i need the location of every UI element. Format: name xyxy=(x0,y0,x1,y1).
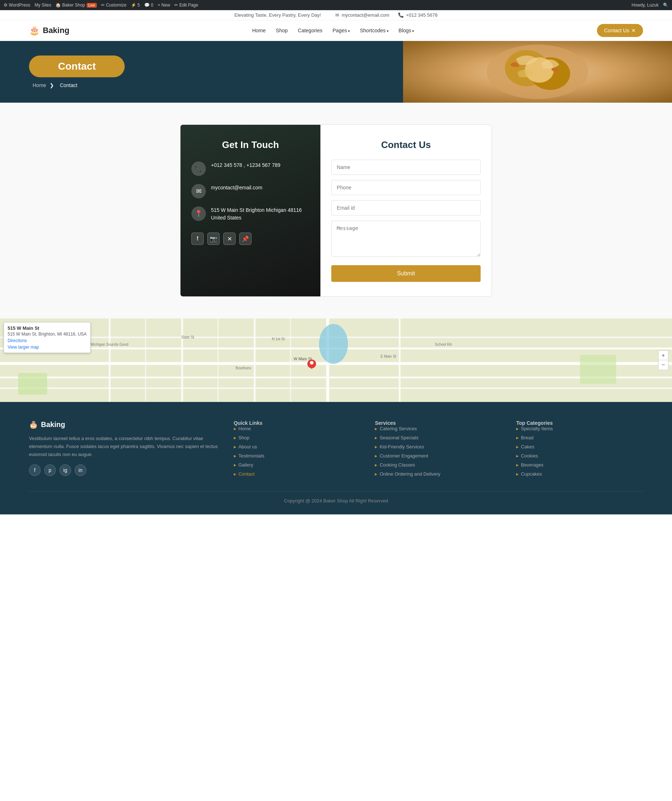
footer-link-testimonials[interactable]: Testimonials xyxy=(234,453,361,458)
svg-point-18 xyxy=(319,324,348,364)
list-item: Contact xyxy=(234,471,361,477)
hero-content: Contact Home ❯ Contact xyxy=(29,56,125,88)
main-header: 🎂 Baking Home Shop Categories Pages Shor… xyxy=(0,20,672,41)
phone-input[interactable] xyxy=(331,180,481,195)
footer-social-icons: f p ig in xyxy=(29,464,219,476)
contact-us-label: Contact Us xyxy=(604,27,629,34)
admin-new[interactable]: + New xyxy=(158,3,170,8)
services-list: Catering Services Seasonal Specials Kid-… xyxy=(375,426,502,477)
contact-us-button[interactable]: Contact Us ✕ xyxy=(597,24,643,37)
phone-icon: 📞 xyxy=(398,12,404,18)
footer-cat-specialty[interactable]: Specialty Items xyxy=(516,426,643,431)
nav-home[interactable]: Home xyxy=(252,27,266,34)
email-input[interactable] xyxy=(331,200,481,216)
list-item: Catering Services xyxy=(375,426,502,431)
contact-address-item: 📍 515 W Main St Brighton Michigan 48116 … xyxy=(191,206,310,222)
top-phone: 📞 +012 345 5678 xyxy=(398,12,438,18)
main-content: Get In Touch 📞 +012 345 578 , +1234 567 … xyxy=(0,103,672,318)
breadcrumb-home[interactable]: Home xyxy=(33,82,46,88)
top-bar: Elevating Taste, Every Pastry, Every Day… xyxy=(0,10,672,20)
svg-rect-9 xyxy=(0,388,672,389)
name-input[interactable] xyxy=(331,159,481,175)
footer-service-catering[interactable]: Catering Services xyxy=(375,426,502,431)
contact-left-panel: Get In Touch 📞 +012 345 578 , +1234 567 … xyxy=(181,125,321,296)
message-textarea[interactable] xyxy=(331,220,481,257)
nav-blogs[interactable]: Blogs xyxy=(399,27,411,34)
instagram-icon[interactable]: 📷 xyxy=(207,233,220,245)
admin-search-icon[interactable]: 🔍 xyxy=(663,3,668,8)
admin-bar: ⚙ WordPress My Sites 🏠 Baker Shop Live ✏… xyxy=(0,0,672,10)
logo-icon: 🎂 xyxy=(29,26,40,35)
pastry-visual xyxy=(403,41,672,103)
map-section: W Main St Bourbons E Main St Michigan So… xyxy=(0,318,672,402)
nav-pages[interactable]: Pages xyxy=(332,27,347,34)
list-item: Home xyxy=(234,426,361,431)
footer-cat-bread[interactable]: Bread xyxy=(516,435,643,441)
categories-list: Specialty Items Bread Cakes Cookies Beve… xyxy=(516,426,643,477)
footer-link-gallery[interactable]: Gallery xyxy=(234,462,361,468)
svg-text:Michigan Sounds Good: Michigan Sounds Good xyxy=(91,343,128,346)
list-item: Kid-Friendly Services xyxy=(375,444,502,449)
nav-shortcodes[interactable]: Shortcodes xyxy=(360,27,386,34)
submit-button[interactable]: Submit xyxy=(331,265,481,282)
footer-logo: 🎂 Baking xyxy=(29,420,219,429)
footer-service-cooking[interactable]: Cooking Classes xyxy=(375,462,502,468)
footer: 🎂 Baking Vestibulum laoreet tellus a ero… xyxy=(0,402,672,515)
svg-rect-20 xyxy=(580,355,616,384)
map-zoom-out[interactable]: − xyxy=(659,360,668,370)
svg-text:School Rd: School Rd xyxy=(435,343,452,346)
footer-instagram-icon[interactable]: ig xyxy=(59,464,71,476)
footer-cat-cupcakes[interactable]: Cupcakes xyxy=(516,471,643,477)
footer-linkedin-icon[interactable]: in xyxy=(75,464,86,476)
facebook-icon[interactable]: f xyxy=(191,233,204,245)
footer-service-seasonal[interactable]: Seasonal Specials xyxy=(375,435,502,441)
map-larger-link[interactable]: View larger map xyxy=(8,345,87,350)
footer-cat-cookies[interactable]: Cookies xyxy=(516,453,643,458)
map-directions-link[interactable]: Directions xyxy=(8,338,27,343)
admin-edit-page[interactable]: ✏ Edit Page xyxy=(174,3,198,8)
footer-service-kid[interactable]: Kid-Friendly Services xyxy=(375,444,502,449)
footer-cat-beverages[interactable]: Beverages xyxy=(516,462,643,468)
footer-description: Vestibulum laoreet tellus a eros sodales… xyxy=(29,434,219,458)
footer-logo-icon: 🎂 xyxy=(29,420,38,429)
x-twitter-icon[interactable]: ✕ xyxy=(223,233,236,245)
footer-service-ordering[interactable]: Online Ordering and Delivery xyxy=(375,471,502,477)
contact-right-panel: Contact Us Submit xyxy=(321,125,491,296)
list-item: Shop xyxy=(234,435,361,441)
contact-address-text: 515 W Main St Brighton Michigan 48116 Un… xyxy=(211,206,310,222)
admin-baker-shop[interactable]: 🏠 Baker Shop Live xyxy=(55,3,96,8)
footer-link-home[interactable]: Home xyxy=(234,426,361,431)
admin-5[interactable]: ⚡ 5 xyxy=(131,3,140,8)
footer-logo-text: Baking xyxy=(41,420,65,429)
nav-shop[interactable]: Shop xyxy=(276,27,288,34)
admin-customize[interactable]: ✏ Customize xyxy=(101,3,127,8)
breadcrumb-separator: ❯ xyxy=(50,82,54,88)
footer-link-shop[interactable]: Shop xyxy=(234,435,361,441)
map-zoom-in[interactable]: + xyxy=(659,351,668,360)
admin-comments[interactable]: 💬 0 xyxy=(144,3,153,8)
map-address-detail: 515 W Main St, Brighton, MI 48116, USA xyxy=(8,331,87,337)
list-item: Specialty Items xyxy=(516,426,643,431)
footer-cat-cakes[interactable]: Cakes xyxy=(516,444,643,449)
footer-brand-col: 🎂 Baking Vestibulum laoreet tellus a ero… xyxy=(29,420,219,480)
nav-categories[interactable]: Categories xyxy=(298,27,322,34)
footer-pinterest-icon[interactable]: p xyxy=(44,464,56,476)
footer-service-engagement[interactable]: Customer Engagement xyxy=(375,453,502,458)
logo[interactable]: 🎂 Baking xyxy=(29,26,69,35)
wp-icon[interactable]: ⚙ WordPress xyxy=(4,3,30,8)
footer-link-contact[interactable]: Contact xyxy=(234,471,361,477)
services-heading: Services xyxy=(375,420,502,426)
footer-link-about[interactable]: About us xyxy=(234,444,361,449)
footer-bottom: Copyright @ 2024 Baker Shop All Right Re… xyxy=(29,491,643,503)
footer-services-col: Services Catering Services Seasonal Spec… xyxy=(375,420,502,480)
contact-phone-item: 📞 +012 345 578 , +1234 567 789 xyxy=(191,161,310,176)
admin-my-sites[interactable]: My Sites xyxy=(34,3,51,8)
contact-card: Get In Touch 📞 +012 345 578 , +1234 567 … xyxy=(180,124,492,297)
quick-links-list: Home Shop About us Testimonials Gallery … xyxy=(234,426,361,477)
pinterest-icon[interactable]: 📌 xyxy=(239,233,252,245)
breadcrumb-current: Contact xyxy=(60,82,77,88)
footer-facebook-icon[interactable]: f xyxy=(29,464,41,476)
list-item: Gallery xyxy=(234,462,361,468)
email-icon: ✉ xyxy=(335,12,339,18)
name-field-group xyxy=(331,159,481,175)
